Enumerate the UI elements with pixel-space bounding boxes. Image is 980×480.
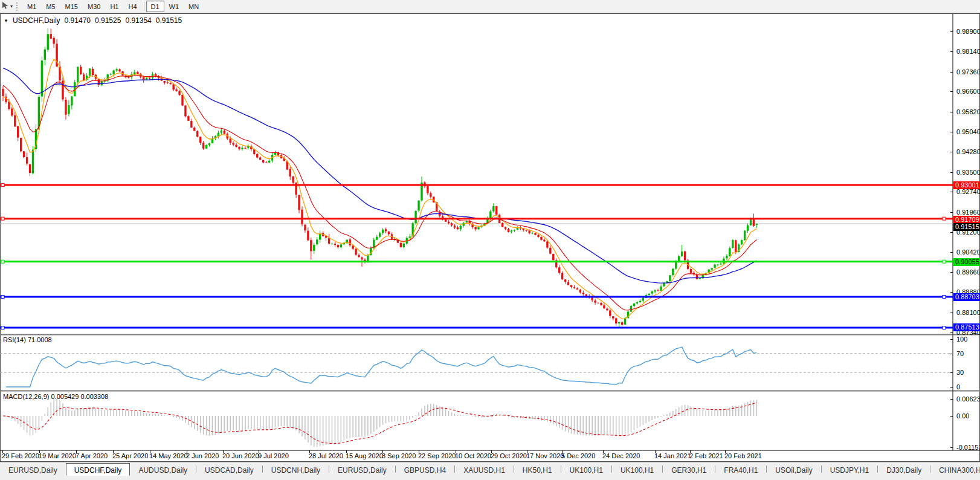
hline-handle[interactable] <box>943 295 946 298</box>
tab-usdcnh-daily[interactable]: USDCNH,Daily <box>263 463 329 476</box>
tab-eurusd-daily[interactable]: EURUSD,Daily <box>0 463 66 476</box>
candle-body <box>529 230 530 233</box>
tab-audusd-daily[interactable]: AUDUSD,Daily <box>130 463 196 476</box>
candle-body <box>747 225 749 231</box>
tab-usoil-daily[interactable]: USOil,Daily <box>767 463 820 476</box>
tab-eurusd-daily[interactable]: EURUSD,Daily <box>329 463 395 476</box>
candle-body <box>696 274 698 279</box>
candle-body <box>352 245 353 248</box>
candle-body <box>549 248 551 254</box>
candle-body <box>172 84 174 89</box>
toolbar-grip[interactable] <box>16 2 19 11</box>
candle-body <box>531 233 533 233</box>
timeframe-button-mn[interactable]: MN <box>184 1 204 12</box>
candle-body <box>202 143 204 149</box>
date-axis-label: 14 May 2020 <box>149 452 188 459</box>
rsi-indicator-label: RSI(14) 71.0008 <box>3 336 52 343</box>
hline-price-label: 0.93001 <box>953 181 980 189</box>
rsi-axis-tick <box>950 387 953 388</box>
candle-body <box>127 77 129 78</box>
candle-body <box>241 148 243 149</box>
tab-usdchf-daily[interactable]: USDCHF,Daily <box>66 463 131 476</box>
candle-body <box>606 309 608 311</box>
cursor-tool-icon[interactable] <box>1 1 9 12</box>
candle-body <box>235 144 237 146</box>
date-axis-label: 10 Oct 2020 <box>455 452 491 459</box>
tab-china300-h1[interactable]: CHINA300,H1 <box>930 463 980 476</box>
tab-usdjpy-h1[interactable]: USDJPY,H1 <box>822 463 877 476</box>
timeframe-button-m5[interactable]: M5 <box>41 1 60 12</box>
candle-body <box>71 96 73 105</box>
timeframe-button-h4[interactable]: H4 <box>123 1 141 12</box>
candle-body <box>221 131 222 133</box>
candle-body <box>732 240 733 248</box>
low-value: 0.91354 <box>125 16 151 25</box>
candle-body <box>361 258 363 260</box>
timeframe-button-m1[interactable]: M1 <box>22 1 41 12</box>
candle-body <box>65 100 66 115</box>
tab-uk100-h1[interactable]: UK100,H1 <box>561 463 611 476</box>
timeframe-button-m30[interactable]: M30 <box>83 1 105 12</box>
candle-body <box>379 233 381 237</box>
candle-body <box>672 268 674 275</box>
candle-body <box>29 164 31 173</box>
main-chart-pane <box>1 14 979 334</box>
rsi-pane <box>1 336 979 390</box>
hline-handle[interactable] <box>1 217 4 220</box>
macd-axis-label: -0.011534 <box>956 444 980 451</box>
timeframe-button-w1[interactable]: W1 <box>164 1 184 12</box>
candle-body <box>244 148 246 149</box>
candle-body <box>474 227 476 229</box>
hline-handle[interactable] <box>1 295 4 298</box>
hline-handle[interactable] <box>1 260 4 263</box>
macd-pane <box>1 392 979 450</box>
candle-body <box>152 74 153 78</box>
candle-body <box>445 219 446 222</box>
candle-body <box>756 224 758 225</box>
candle-body <box>14 115 16 127</box>
candle-body <box>409 236 411 238</box>
tab-dj30-daily[interactable]: DJ30,Daily <box>878 463 930 476</box>
candle-body <box>149 78 150 79</box>
hline-handle[interactable] <box>943 260 946 263</box>
candle-body <box>633 303 635 306</box>
candle-body <box>187 116 189 120</box>
timeframe-button-h1[interactable]: H1 <box>105 1 123 12</box>
timeframe-button-m15[interactable]: M15 <box>60 1 83 12</box>
candle-body <box>110 74 112 75</box>
collapse-icon[interactable]: ▼ <box>4 18 8 24</box>
candle-body <box>454 225 456 227</box>
hline-handle[interactable] <box>943 217 946 220</box>
tab-ger30-h1[interactable]: GER30,H1 <box>663 463 715 476</box>
candle-body <box>511 230 512 232</box>
price-axis-tick <box>950 51 953 52</box>
candle-body <box>376 237 378 240</box>
candle-body <box>238 147 240 149</box>
price-axis-label: 0.93500 <box>956 169 980 176</box>
cursor-tool-caret-icon[interactable]: ▾ <box>10 4 13 9</box>
tabs-container: EURUSD,DailyUSDCHF,DailyAUDUSD,DailyUSDC… <box>0 462 980 476</box>
macd-axis-tick <box>950 399 953 400</box>
cursor-tool-cluster[interactable]: ▾ <box>0 1 14 12</box>
date-axis-label: 7 Apr 2020 <box>76 452 108 459</box>
candle-body <box>729 248 730 256</box>
hline-handle[interactable] <box>1 184 4 187</box>
candle-body <box>720 264 721 264</box>
date-axis-label: 20 Feb 2021 <box>724 452 762 459</box>
tab-usdcad-daily[interactable]: USDCAD,Daily <box>196 463 262 476</box>
candle-body <box>495 206 497 215</box>
tab-uk100-h1[interactable]: UK100,H1 <box>612 463 662 476</box>
tab-fra40-h1[interactable]: FRA40,H1 <box>715 463 766 476</box>
tab-hk50-h1[interactable]: HK50,H1 <box>514 463 561 476</box>
price-axis-label: 0.96600 <box>956 88 980 95</box>
tab-xauusd-h1[interactable]: XAUUSD,H1 <box>455 463 514 476</box>
candle-body <box>328 238 330 244</box>
hline-handle[interactable] <box>943 326 946 329</box>
price-axis-tick <box>950 31 953 32</box>
candle-body <box>340 244 342 247</box>
candle-body <box>403 244 405 247</box>
hline-handle[interactable] <box>1 326 4 329</box>
timeframe-button-d1[interactable]: D1 <box>146 1 164 12</box>
candle-body <box>448 222 450 224</box>
tab-gbpusd-h4[interactable]: GBPUSD,H4 <box>396 463 454 476</box>
